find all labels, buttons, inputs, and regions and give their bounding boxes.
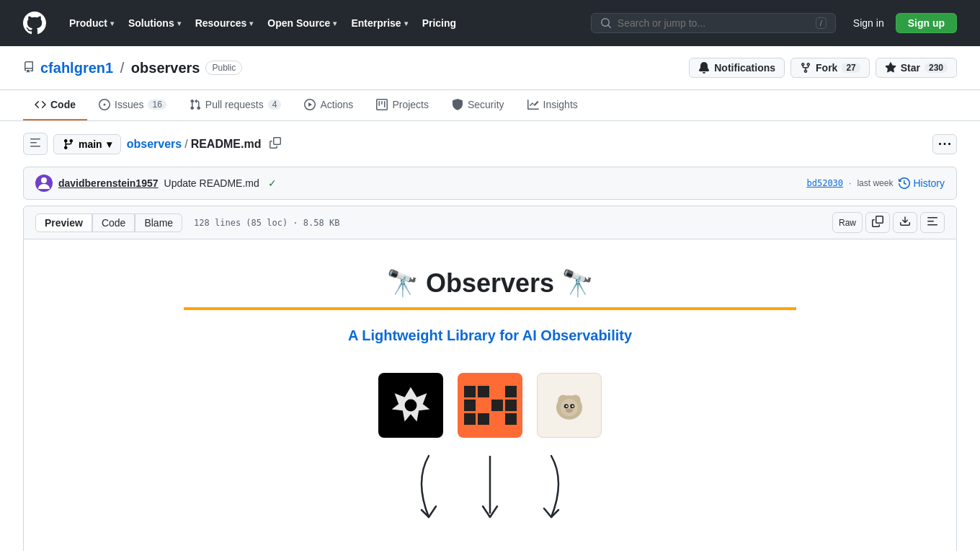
- commit-time-text: last week: [857, 178, 893, 188]
- tab-code[interactable]: Code: [23, 90, 87, 120]
- repo-tabs: Code Issues 16 Pull requests 4 Actions P…: [0, 90, 980, 121]
- chevron-down-icon: ▾: [249, 19, 253, 27]
- pr-badge: 4: [268, 100, 282, 110]
- notifications-label: Notifications: [714, 62, 775, 74]
- blame-tab-button[interactable]: Blame: [135, 213, 182, 232]
- tab-security[interactable]: Security: [440, 90, 516, 120]
- file-path-breadcrumb: observers / README.md: [127, 138, 262, 151]
- search-input[interactable]: [618, 17, 810, 29]
- code-tab-button[interactable]: Code: [92, 213, 135, 232]
- pr-icon: [190, 99, 201, 110]
- fork-icon: [800, 62, 811, 74]
- preview-tab-button[interactable]: Preview: [35, 213, 92, 232]
- chevron-down-icon: ▾: [404, 19, 408, 27]
- nav-resources[interactable]: Resources ▾: [190, 13, 259, 33]
- readme-content: 🔭 Observers 🔭 A Lightweight Library for …: [23, 239, 957, 551]
- path-file-name: README.md: [191, 138, 262, 151]
- chevron-down-icon: ▾: [333, 19, 337, 27]
- download-icon: [899, 216, 911, 227]
- repo-actions: Notifications Fork 27 Star 230: [689, 58, 957, 78]
- readme-subtitle: A Lightweight Library for AI Observabili…: [53, 327, 927, 344]
- commit-time: ·: [849, 178, 851, 188]
- commit-message: Update README.md: [164, 177, 259, 189]
- code-icon: [35, 99, 46, 110]
- path-observers-link[interactable]: observers: [127, 138, 182, 151]
- fork-label: Fork: [816, 62, 837, 74]
- file-actions: Raw: [832, 212, 945, 233]
- arrow-right: [530, 452, 573, 524]
- actions-icon: [304, 99, 316, 110]
- commit-check-icon: ✓: [268, 177, 277, 189]
- readme-arrows: [53, 452, 927, 524]
- file-area: main ▾ observers / README.md davidberens…: [0, 121, 980, 551]
- chevron-down-icon: ▾: [110, 19, 114, 27]
- tab-insights[interactable]: Insights: [516, 90, 589, 120]
- file-meta: 128 lines (85 loc) · 8.58 KB: [194, 218, 339, 228]
- repo-owner-link[interactable]: cfahlgren1: [40, 60, 113, 76]
- sign-up-button[interactable]: Sign up: [896, 13, 957, 33]
- github-logo[interactable]: [23, 12, 46, 35]
- sidebar-toggle-button[interactable]: [23, 133, 48, 155]
- more-icon: [939, 138, 950, 150]
- repo-name: observers: [131, 60, 200, 76]
- svg-point-10: [572, 405, 574, 407]
- download-button[interactable]: [893, 212, 917, 233]
- nav-enterprise[interactable]: Enterprise ▾: [345, 13, 413, 33]
- arrow-left: [407, 452, 450, 524]
- copy-path-button[interactable]: [267, 134, 284, 154]
- openai-logo: [378, 373, 443, 438]
- repo-header: cfahlgren1 / observers Public Notificati…: [0, 46, 980, 90]
- commit-row: davidberenstein1957 Update README.md ✓ b…: [23, 167, 957, 200]
- mistral-logo: [458, 373, 522, 438]
- svg-point-1: [405, 400, 417, 412]
- copy-raw-icon: [872, 216, 883, 227]
- copy-raw-button[interactable]: [865, 212, 890, 233]
- nav-product[interactable]: Product ▾: [63, 13, 120, 33]
- commit-author-link[interactable]: davidberenstein1957: [58, 177, 159, 189]
- more-options-button[interactable]: [932, 134, 957, 154]
- branch-selector[interactable]: main ▾: [53, 134, 121, 154]
- tab-issues[interactable]: Issues 16: [87, 90, 178, 120]
- readme-title: 🔭 Observers 🔭: [53, 268, 927, 299]
- search-shortcut: /: [816, 17, 827, 29]
- commit-hash-link[interactable]: bd52030: [806, 178, 843, 188]
- raw-button[interactable]: Raw: [832, 212, 863, 233]
- sign-in-button[interactable]: Sign in: [853, 17, 884, 29]
- tab-pull-requests[interactable]: Pull requests 4: [178, 90, 293, 120]
- star-icon: [885, 62, 896, 74]
- outline-button[interactable]: [920, 212, 945, 233]
- top-navigation: Product ▾ Solutions ▾ Resources ▾ Open S…: [0, 0, 980, 46]
- arrow-center: [479, 452, 501, 524]
- commit-meta: bd52030 · last week History: [806, 177, 945, 189]
- branch-chevron-icon: ▾: [107, 138, 112, 150]
- notifications-button[interactable]: Notifications: [689, 58, 785, 78]
- readme-divider: [184, 307, 796, 310]
- svg-point-5: [561, 399, 578, 416]
- svg-point-9: [566, 405, 567, 407]
- svg-point-8: [566, 408, 573, 413]
- bell-icon: [698, 62, 710, 74]
- projects-icon: [376, 99, 388, 110]
- chevron-down-icon: ▾: [177, 19, 181, 27]
- file-view-header: Preview Code Blame 128 lines (85 loc) · …: [23, 206, 957, 239]
- branch-bar: main ▾ observers / README.md: [23, 133, 957, 155]
- visibility-badge: Public: [205, 61, 242, 75]
- topnav-actions: Sign in Sign up: [853, 13, 957, 33]
- nav-open-source[interactable]: Open Source ▾: [262, 13, 342, 33]
- outline-icon: [927, 216, 938, 227]
- fork-button[interactable]: Fork 27: [790, 58, 870, 78]
- fork-count: 27: [842, 63, 860, 73]
- readme-logos: [53, 373, 927, 438]
- breadcrumb: cfahlgren1 / observers: [40, 60, 200, 76]
- branch-name: main: [79, 138, 102, 150]
- history-icon: [899, 177, 910, 189]
- history-link[interactable]: History: [899, 177, 945, 189]
- star-button[interactable]: Star 230: [876, 58, 957, 78]
- security-icon: [452, 99, 463, 110]
- nav-pricing[interactable]: Pricing: [416, 13, 462, 33]
- insights-icon: [527, 99, 539, 110]
- tab-actions[interactable]: Actions: [293, 90, 365, 120]
- nav-solutions[interactable]: Solutions ▾: [122, 13, 187, 33]
- issue-icon: [99, 99, 110, 110]
- tab-projects[interactable]: Projects: [365, 90, 440, 120]
